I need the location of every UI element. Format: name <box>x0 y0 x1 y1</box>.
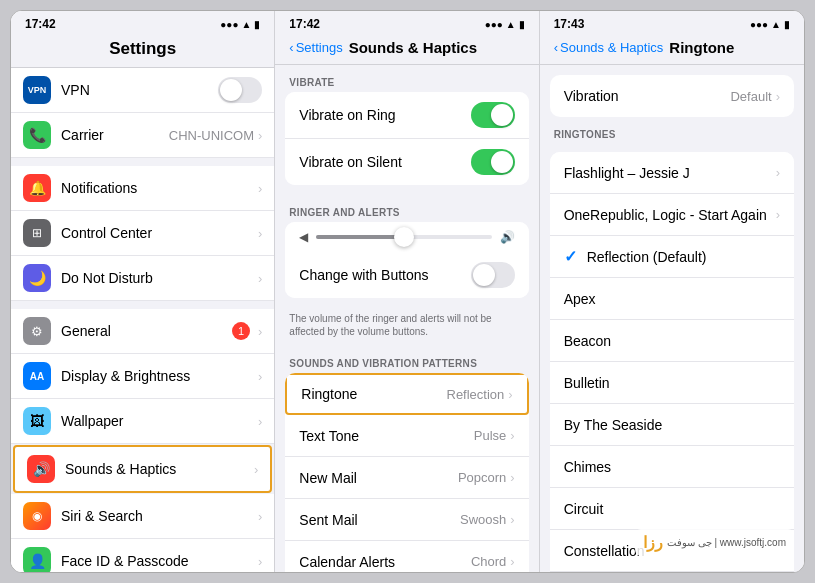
notifications-label: Notifications <box>61 180 137 196</box>
vpn-toggle[interactable] <box>218 77 262 103</box>
sounds-content: Sounds & Haptics › <box>65 461 258 477</box>
sent-mail-value: Swoosh <box>460 512 506 527</box>
carrier-icon: 📞 <box>23 121 51 149</box>
ringtone-onerepublic-label: OneRepublic, Logic - Start Again <box>564 207 772 223</box>
watermark: رزا جی سوفت | www.jsoftj.com <box>635 529 794 556</box>
ringtone-nav: ‹ Sounds & Haptics Ringtone <box>540 35 804 65</box>
ringer-slider-thumb[interactable] <box>394 227 414 247</box>
sounds-title: Sounds & Haptics <box>349 39 477 56</box>
vibrate-on-ring-row[interactable]: Vibrate on Ring <box>285 92 528 139</box>
ringer-slider-track[interactable] <box>316 235 491 239</box>
ringtone-row[interactable]: Ringtone Reflection › <box>285 373 528 415</box>
vibrate-on-ring-toggle[interactable] <box>471 102 515 128</box>
vpn-label: VPN <box>61 82 90 98</box>
signal-icon-2: ●●● <box>485 19 503 30</box>
new-mail-row[interactable]: New Mail Popcorn › <box>285 457 528 499</box>
display-content: Display & Brightness › <box>61 368 262 384</box>
ringtone-item-beacon[interactable]: Beacon <box>550 320 794 362</box>
dnd-content: Do Not Disturb › <box>61 270 262 286</box>
vibration-chevron: › <box>776 89 780 104</box>
ringtone-onerepublic-chevron: › <box>776 207 780 222</box>
sent-mail-chevron: › <box>510 512 514 527</box>
status-icons-3: ●●● ▲ ▮ <box>750 19 790 30</box>
ringtone-right: Reflection › <box>447 387 513 402</box>
dnd-label: Do Not Disturb <box>61 270 153 286</box>
settings-item-control-center[interactable]: ⊞ Control Center › <box>11 211 274 256</box>
ringtone-item-circuit[interactable]: Circuit <box>550 488 794 530</box>
settings-item-siri[interactable]: ◉ Siri & Search › <box>11 494 274 539</box>
text-tone-right: Pulse › <box>474 428 515 443</box>
sounds-panel: 17:42 ●●● ▲ ▮ ‹ Settings Sounds & Haptic… <box>275 11 539 572</box>
sounds-nav: ‹ Settings Sounds & Haptics <box>275 35 538 65</box>
settings-item-dnd[interactable]: 🌙 Do Not Disturb › <box>11 256 274 301</box>
ringtone-item-reflection[interactable]: ✓ Reflection (Default) <box>550 236 794 278</box>
settings-item-display[interactable]: AA Display & Brightness › <box>11 354 274 399</box>
vpn-content: VPN <box>61 77 262 103</box>
settings-item-vpn[interactable]: VPN VPN <box>11 68 274 113</box>
battery-icon: ▮ <box>254 19 260 30</box>
settings-item-faceid[interactable]: 👤 Face ID & Passcode › <box>11 539 274 572</box>
ringtone-item-flashlight[interactable]: Flashlight – Jessie J › <box>550 152 794 194</box>
calendar-alerts-right: Chord › <box>471 554 515 569</box>
ringtone-back-chevron: ‹ <box>554 40 558 55</box>
calendar-alerts-chevron: › <box>510 554 514 569</box>
text-tone-chevron: › <box>510 428 514 443</box>
sent-mail-right: Swoosh › <box>460 512 515 527</box>
faceid-label: Face ID & Passcode <box>61 553 189 569</box>
text-tone-label: Text Tone <box>299 428 473 444</box>
settings-item-sounds[interactable]: 🔊 Sounds & Haptics › <box>13 445 272 493</box>
watermark-text: جی سوفت | www.jsoftj.com <box>667 537 786 548</box>
settings-item-notifications[interactable]: 🔔 Notifications › <box>11 166 274 211</box>
vibrate-on-ring-knob <box>491 104 513 126</box>
control-center-icon: ⊞ <box>23 219 51 247</box>
ringtone-back-button[interactable]: ‹ Sounds & Haptics <box>554 40 664 55</box>
general-chevron: › <box>258 324 262 339</box>
vibrate-on-silent-toggle[interactable] <box>471 149 515 175</box>
separator-2 <box>11 301 274 309</box>
ringtone-item-chimes[interactable]: Chimes <box>550 446 794 488</box>
status-icons-1: ●●● ▲ ▮ <box>220 19 260 30</box>
ringtone-apex-label: Apex <box>564 291 780 307</box>
ringtone-item-onerepublic[interactable]: OneRepublic, Logic - Start Again › <box>550 194 794 236</box>
vibrate-on-silent-row[interactable]: Vibrate on Silent <box>285 139 528 185</box>
ringer-section-header: RINGER AND ALERTS <box>275 195 538 222</box>
new-mail-right: Popcorn › <box>458 470 515 485</box>
ringtone-item-bytheseaside[interactable]: By The Seaside <box>550 404 794 446</box>
text-tone-row[interactable]: Text Tone Pulse › <box>285 415 528 457</box>
settings-item-carrier[interactable]: 📞 Carrier CHN-UNICOM › <box>11 113 274 158</box>
wallpaper-content: Wallpaper › <box>61 413 262 429</box>
calendar-alerts-row[interactable]: Calendar Alerts Chord › <box>285 541 528 572</box>
sounds-back-button[interactable]: ‹ Settings <box>289 40 342 55</box>
change-with-buttons-toggle[interactable] <box>471 262 515 288</box>
back-chevron-icon: ‹ <box>289 40 293 55</box>
settings-item-wallpaper[interactable]: 🖼 Wallpaper › <box>11 399 274 444</box>
carrier-right: CHN-UNICOM › <box>169 128 263 143</box>
ringtone-chevron: › <box>508 387 512 402</box>
wallpaper-icon: 🖼 <box>23 407 51 435</box>
ringer-slider-row[interactable]: ◀ 🔊 <box>285 222 528 252</box>
vibration-right: Default › <box>730 89 780 104</box>
carrier-content: Carrier CHN-UNICOM › <box>61 127 262 143</box>
vibrate-on-silent-label: Vibrate on Silent <box>299 154 470 170</box>
ringtone-item-apex[interactable]: Apex <box>550 278 794 320</box>
ringtone-label: Ringtone <box>301 386 446 402</box>
watermark-logo: رزا <box>643 533 663 552</box>
vibration-row[interactable]: Vibration Default › <box>550 75 794 117</box>
wallpaper-label: Wallpaper <box>61 413 124 429</box>
change-with-buttons-row[interactable]: Change with Buttons <box>285 252 528 298</box>
ringtone-item-bulletin[interactable]: Bulletin <box>550 362 794 404</box>
signal-icon: ●●● <box>220 19 238 30</box>
vpn-icon: VPN <box>23 76 51 104</box>
calendar-alerts-value: Chord <box>471 554 506 569</box>
settings-item-general[interactable]: ⚙ General 1 › <box>11 309 274 354</box>
settings-title: Settings <box>11 35 274 68</box>
carrier-chevron: › <box>258 128 262 143</box>
patterns-section-header: SOUNDS AND VIBRATION PATTERNS <box>275 346 538 373</box>
sent-mail-row[interactable]: Sent Mail Swoosh › <box>285 499 528 541</box>
separator-1 <box>11 158 274 166</box>
new-mail-value: Popcorn <box>458 470 506 485</box>
siri-label: Siri & Search <box>61 508 143 524</box>
control-center-chevron: › <box>258 226 262 241</box>
volume-low-icon: ◀ <box>299 230 308 244</box>
sounds-label: Sounds & Haptics <box>65 461 176 477</box>
